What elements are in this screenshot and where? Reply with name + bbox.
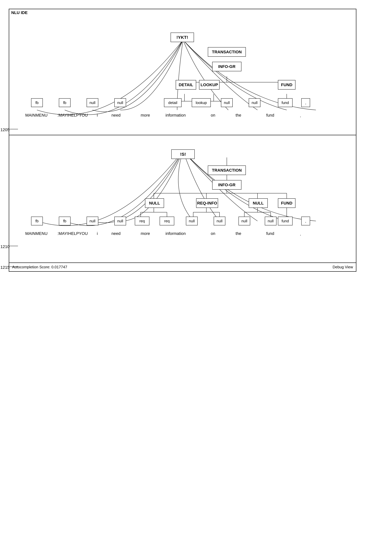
section1-panel: !YKT! TRANSACTION INFO-GR DETAIL LOOKUP … <box>9 17 356 135</box>
s2-word-dot: . <box>300 231 301 237</box>
s2-node-req-info: REQ-INFO <box>196 198 218 208</box>
s1-word-mainmenu: MAINMENU <box>25 113 47 117</box>
s1-word-need: need <box>112 113 121 117</box>
s1-leaf-null4: null <box>249 98 260 107</box>
s2-leaf-req2: req <box>160 217 174 225</box>
ref1210-line <box>9 246 18 246</box>
s2-word-i: i <box>97 231 98 236</box>
s1-leaf-detail: detail <box>164 98 182 107</box>
s1-word-i: i <box>97 113 98 117</box>
s1-leaf-null1: null <box>87 98 98 107</box>
s2-node-null-right: NULL <box>249 198 268 208</box>
s1-leaf-dot: . <box>301 98 310 107</box>
root-node-YKT: !YKT! <box>171 33 194 42</box>
s2-leaf-fb2: fb <box>59 217 70 225</box>
s1-word-on: on <box>211 113 215 117</box>
s2-leaf-fb1: fb <box>31 217 43 225</box>
s1-node-detail: DETAIL <box>176 80 196 89</box>
ref1215-line <box>9 266 18 267</box>
s1-word-dot: . <box>300 113 301 118</box>
s1-node-fund: FUND <box>278 80 295 89</box>
s1-leaf-fb2: fb <box>59 98 70 107</box>
s2-leaf-null3: null <box>186 217 198 225</box>
s2-word-fund: fund <box>266 231 274 236</box>
s1-word-the: the <box>236 113 241 117</box>
status-bar: Autocompletion Score: 0.017747 Debug Vie… <box>9 262 356 271</box>
s2-leaf-fund: fund <box>278 217 293 225</box>
s1-word-fund: fund <box>266 113 274 117</box>
s2-word-mayihelpyou: :MAYIHELPYOU <box>57 231 88 236</box>
s2-word-on: on <box>211 231 215 236</box>
ref1205-line <box>9 129 18 129</box>
s2-node-null-left: NULL <box>145 198 164 208</box>
s2-leaf-null2: null <box>114 217 126 225</box>
section2-panel: !S! TRANSACTION INFO-GR NULL REQ-INFO NU… <box>9 135 356 259</box>
s2-leaf-req1: req <box>135 217 149 225</box>
s2-word-the: the <box>236 231 241 236</box>
s2-leaf-null6: null <box>265 217 276 225</box>
s2-word-need: need <box>112 231 121 236</box>
s2-node-fund: FUND <box>278 198 295 208</box>
s2-leaf-null4: null <box>214 217 225 225</box>
s2-root-IS: !S! <box>171 150 195 159</box>
s2-word-mainmenu: MAINMENU <box>25 231 47 236</box>
s1-leaf-null3: null <box>221 98 233 107</box>
nlu-ide-title: NLU IDE <box>11 10 28 15</box>
s1-leaf-fb1: fb <box>31 98 43 107</box>
ref1210: 1210 <box>0 244 9 249</box>
s1-node-transaction: TRANSACTION <box>208 47 246 57</box>
s2-leaf-null1: null <box>87 217 98 225</box>
s1-node-info-gr: INFO-GR <box>212 62 241 71</box>
s2-node-info-gr: INFO-GR <box>212 180 241 190</box>
ref1205: 1205 <box>0 127 9 132</box>
s2-leaf-null5: null <box>238 217 250 225</box>
fig1200-diagram: NLU IDE <box>9 9 356 272</box>
s1-word-more: more <box>141 113 150 117</box>
debug-view-label: Debug View <box>332 265 353 269</box>
s1-node-lookup: LOOKUP <box>199 80 219 89</box>
s1-leaf-null2: null <box>114 98 126 107</box>
s2-leaf-dot: . <box>301 217 310 225</box>
s1-leaf-lookup: lookup <box>192 98 211 107</box>
s1-word-information: information <box>165 113 186 117</box>
ref1215: 1215 <box>0 265 9 270</box>
s2-word-more: more <box>141 231 150 236</box>
s2-node-transaction: TRANSACTION <box>208 165 246 175</box>
s1-leaf-fund: fund <box>278 98 293 107</box>
s1-word-mayihelpyou: :MAYIHELPYOU <box>57 113 88 117</box>
s2-word-information: information <box>165 231 186 236</box>
autocompletion-score: Autocompletion Score: 0.017747 <box>12 265 67 269</box>
